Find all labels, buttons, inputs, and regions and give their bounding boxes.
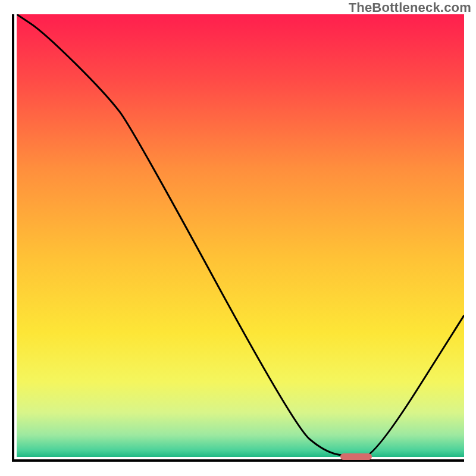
watermark-text: TheBottleneck.com <box>349 0 471 15</box>
curve-path <box>17 14 464 457</box>
plot-area <box>12 14 464 462</box>
bottleneck-curve <box>17 14 464 457</box>
chart-frame: TheBottleneck.com <box>0 0 476 476</box>
target-range-marker <box>340 453 372 460</box>
